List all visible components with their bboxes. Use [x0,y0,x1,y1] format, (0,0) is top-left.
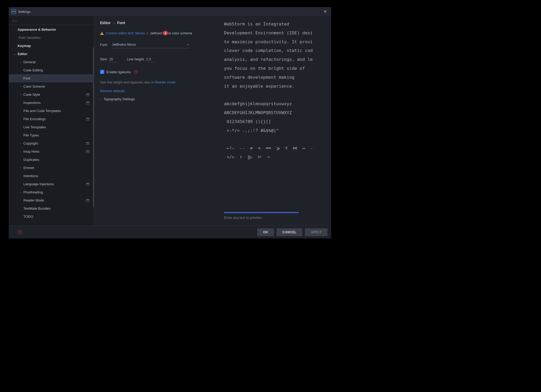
sidebar-item-label: Color Scheme [23,84,45,88]
sidebar-item-label: Editor [18,52,28,56]
sidebar-item-language-injections[interactable]: Language Injections [9,180,94,188]
sidebar-item-label: Copyright [23,141,38,145]
reader-mode-link[interactable]: Reader mode [155,80,176,84]
sidebar-item-code-style[interactable]: ›Code Style [9,91,94,99]
sidebar-item-emmet[interactable]: ›Emmet [9,164,94,172]
font-label: Font: [100,43,108,47]
sidebar-item-label: Emmet [23,166,34,170]
chevron-icon: › [19,61,22,63]
sidebar-item-editor[interactable]: ⌄Editor [9,50,94,58]
warning-row: Current editor font: Menlo, 1 1 defined … [100,31,217,35]
sidebar-item-label: Path Variables [19,36,41,40]
sidebar-item-general[interactable]: ›General [9,58,94,66]
dialog-footer: ? OK CANCEL APPLY [9,225,331,239]
project-scope-icon [86,199,89,202]
sidebar-item-inspections[interactable]: Inspections [9,99,94,107]
sidebar-item-label: Code Style [23,93,40,97]
warning-icon [100,32,104,35]
sidebar-item-file-types[interactable]: File Types [9,131,94,139]
project-scope-icon [86,118,89,120]
project-scope-icon [86,183,89,186]
sidebar-item-textmate-bundles[interactable]: TextMate Bundles [9,204,94,213]
sidebar-item-font[interactable]: Font [9,74,94,82]
breadcrumb-font: Font [117,21,125,25]
restore-defaults-link[interactable]: Restore defaults [100,89,217,93]
chevron-down-icon: ▾ [188,43,189,46]
project-scope-icon [86,150,89,153]
sidebar-item-label: Font [23,76,30,80]
sidebar-item-keymap[interactable]: Keymap [9,42,94,50]
sidebar-item-label: Live Templates [23,125,46,129]
breadcrumb-editor[interactable]: Editor [100,21,111,25]
project-scope-icon [86,93,89,96]
sidebar-item-label: Code Editing [23,68,43,72]
settings-tree: Appearance & BehaviorPath VariablesKeyma… [9,25,94,225]
help-icon[interactable]: ? [134,70,138,74]
chevron-right-icon: › [100,98,101,101]
settings-dialog: WS Settings ✕ ⌕ Appearance & BehaviorPat… [8,7,331,239]
chevron-icon: › [19,166,22,169]
sidebar-item-label: General [23,60,35,64]
warning-tail: defined in the color scheme [150,31,192,35]
sidebar-item-label: Language Injections [23,182,54,186]
chevron-icon: ⌄ [13,52,16,55]
sidebar-item-label: Duplicates [23,158,39,162]
sidebar-item-copyright[interactable]: ›Copyright [9,139,94,147]
sidebar-item-label: File Types [23,133,39,137]
sidebar-item-label: Intentions [23,174,38,178]
project-scope-icon [86,102,89,104]
sidebar-item-appearance-behavior[interactable]: Appearance & Behavior [9,25,94,34]
sidebar-item-proofreading[interactable]: ›Proofreading [9,188,94,196]
sidebar-item-label: TextMate Bundles [23,206,50,210]
project-scope-icon [86,142,89,145]
font-dropdown[interactable]: JetBrains Mono ▾ [111,41,190,48]
sidebar-item-live-templates[interactable]: Live Templates [9,123,94,131]
dialog-title: Settings [18,10,30,14]
size-input[interactable] [109,56,118,62]
ligatures-label: Enable ligatures [106,70,131,74]
sidebar-item-label: Reader Mode [23,198,44,202]
lineheight-input[interactable] [145,56,154,62]
sidebar-item-reader-mode[interactable]: Reader Mode [9,196,94,204]
reader-mode-hint: See line height and ligatures also in Re… [100,80,217,84]
sidebar-item-path-variables[interactable]: Path Variables [9,34,94,42]
titlebar: WS Settings ✕ [9,7,331,16]
ok-button[interactable]: OK [257,228,274,236]
chevron-right-icon: › [113,21,115,25]
preview-divider[interactable] [224,212,299,213]
warning-link[interactable]: Current editor font: Menlo, 1 [106,31,148,35]
ligatures-checkbox[interactable]: ✓ [100,70,104,74]
sidebar: ⌕ Appearance & BehaviorPath VariablesKey… [9,16,94,225]
font-value: JetBrains Mono [112,43,136,46]
sidebar-item-label: Proofreading [23,190,43,194]
cancel-button[interactable]: CANCEL [277,228,302,236]
chevron-icon: › [19,150,22,153]
notification-badge: 1 [163,31,168,35]
sidebar-item-file-encodings[interactable]: File Encodings [9,115,94,123]
search-icon: ⌕ [12,18,14,23]
breadcrumb: Editor › Font [100,21,217,25]
app-logo: WS [11,9,16,14]
chevron-icon: › [19,85,22,88]
sidebar-item-label: File and Code Templates [23,109,61,113]
sidebar-item-code-editing[interactable]: Code Editing [9,66,94,74]
chevron-icon: › [19,191,22,194]
search-row[interactable]: ⌕ [9,16,94,25]
sidebar-item-label: Keymap [18,44,31,48]
sidebar-item-intentions[interactable]: Intentions [9,172,94,180]
typography-settings-expander[interactable]: › Typography Settings [100,97,217,101]
chevron-icon: › [19,93,22,96]
close-icon[interactable]: ✕ [322,8,329,15]
sidebar-item-todo[interactable]: TODO [9,213,94,221]
sidebar-item-label: File Encodings [23,117,46,121]
apply-button[interactable]: APPLY [305,228,327,236]
sidebar-item-file-and-code-templates[interactable]: File and Code Templates [9,107,94,115]
size-label: Size: [100,57,108,61]
font-preview[interactable]: WebStorm is an Integrated Development En… [223,19,331,210]
lineheight-label: Line height: [127,57,145,61]
sidebar-item-inlay-hints[interactable]: ›Inlay Hints [9,147,94,156]
sidebar-item-duplicates[interactable]: Duplicates [9,156,94,164]
sidebar-item-label: Appearance & Behavior [18,28,56,31]
sidebar-item-color-scheme[interactable]: ›Color Scheme [9,82,94,91]
help-icon[interactable]: ? [18,230,22,234]
